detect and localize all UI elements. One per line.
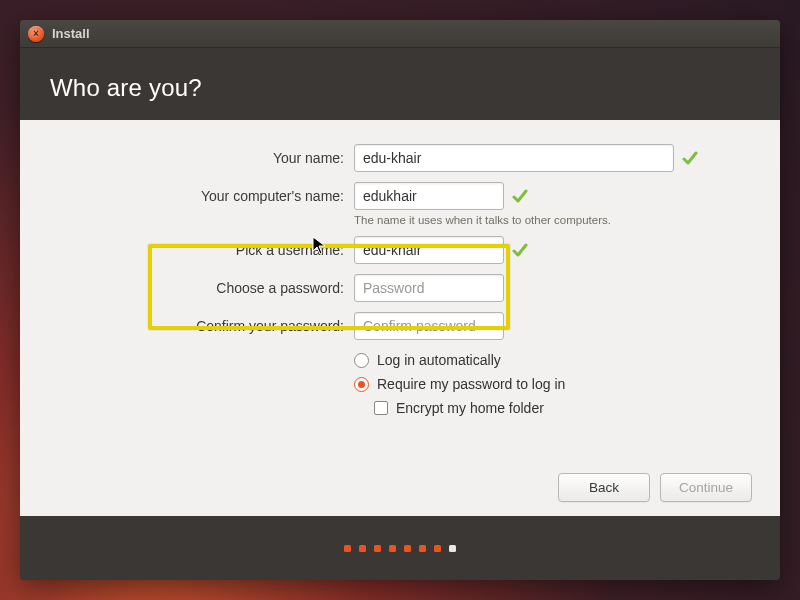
page-header: Who are you? bbox=[20, 48, 780, 120]
auto-login-label: Log in automatically bbox=[377, 352, 501, 368]
check-icon bbox=[512, 242, 528, 258]
page-title: Who are you? bbox=[50, 74, 750, 102]
pager-dot bbox=[344, 545, 351, 552]
password-label: Choose a password: bbox=[64, 280, 344, 296]
user-form: Your name: Your computer's name: The nam… bbox=[64, 144, 736, 416]
pager-dot bbox=[359, 545, 366, 552]
check-icon bbox=[512, 188, 528, 204]
window-title: Install bbox=[52, 26, 90, 41]
titlebar: × Install bbox=[20, 20, 780, 48]
confirm-password-label: Confirm your password: bbox=[64, 318, 344, 334]
back-button[interactable]: Back bbox=[558, 473, 650, 502]
confirm-password-field[interactable] bbox=[354, 312, 504, 340]
encrypt-home-label: Encrypt my home folder bbox=[396, 400, 544, 416]
computer-name-hint: The name it uses when it talks to other … bbox=[354, 214, 736, 226]
computer-name-label: Your computer's name: bbox=[64, 188, 344, 204]
auto-login-option[interactable]: Log in automatically bbox=[354, 352, 736, 368]
action-bar: Back Continue bbox=[558, 473, 752, 502]
radio-icon bbox=[354, 377, 369, 392]
progress-pager bbox=[20, 516, 780, 580]
computer-name-field[interactable] bbox=[354, 182, 504, 210]
password-field[interactable] bbox=[354, 274, 504, 302]
installer-window: × Install Who are you? Your name: Your c… bbox=[20, 20, 780, 580]
pager-dot bbox=[389, 545, 396, 552]
close-icon[interactable]: × bbox=[28, 26, 44, 42]
radio-icon bbox=[354, 353, 369, 368]
pager-dot bbox=[404, 545, 411, 552]
pager-dot bbox=[419, 545, 426, 552]
check-icon bbox=[682, 150, 698, 166]
pager-dot bbox=[374, 545, 381, 552]
continue-button[interactable]: Continue bbox=[660, 473, 752, 502]
require-password-option[interactable]: Require my password to log in bbox=[354, 376, 736, 392]
encrypt-home-option[interactable]: Encrypt my home folder bbox=[354, 400, 736, 416]
username-field[interactable] bbox=[354, 236, 504, 264]
your-name-field[interactable] bbox=[354, 144, 674, 172]
content-area: Your name: Your computer's name: The nam… bbox=[20, 120, 780, 516]
pager-dot bbox=[449, 545, 456, 552]
require-password-label: Require my password to log in bbox=[377, 376, 565, 392]
your-name-label: Your name: bbox=[64, 150, 344, 166]
username-label: Pick a username: bbox=[64, 242, 344, 258]
pager-dot bbox=[434, 545, 441, 552]
checkbox-icon bbox=[374, 401, 388, 415]
login-options: Log in automatically Require my password… bbox=[354, 350, 736, 416]
